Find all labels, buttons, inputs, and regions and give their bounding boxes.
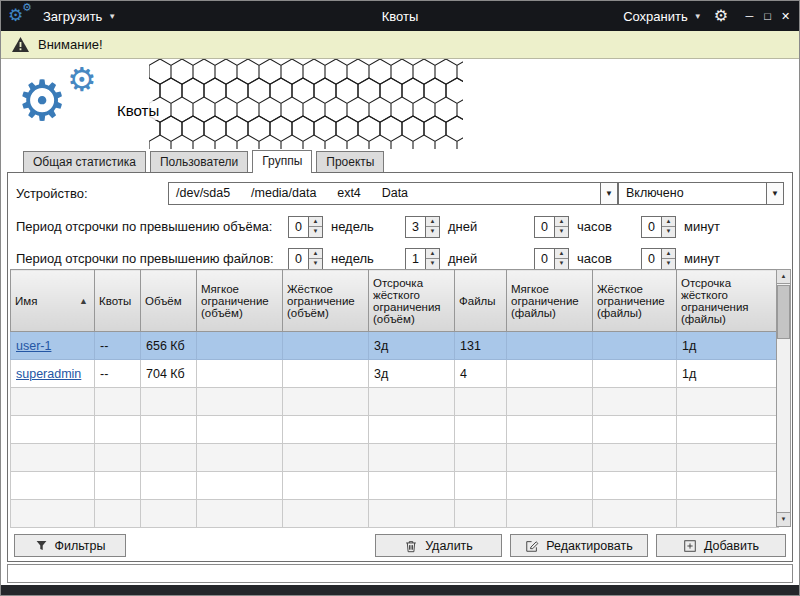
spinner-value: 0 xyxy=(289,217,308,237)
spin-down-icon[interactable]: ▼ xyxy=(426,227,439,237)
spinner-buttons[interactable]: ▲▼ xyxy=(425,249,439,269)
spin-up-icon[interactable]: ▲ xyxy=(426,217,439,228)
spin-down-icon[interactable]: ▼ xyxy=(662,259,675,269)
spin-down-icon[interactable]: ▼ xyxy=(662,227,675,237)
edit-icon xyxy=(525,539,539,553)
titlebar: ⚙ ⚙ Загрузить ▼ Квоты Сохранить ▼ ⚙ ─ □ … xyxy=(1,1,799,31)
minimize-button[interactable]: ─ xyxy=(742,10,757,23)
add-button-label: Добавить xyxy=(704,539,759,553)
tab-bar: Общая статистика Пользователи Группы Про… xyxy=(1,149,799,172)
files-weeks-spinner[interactable]: 0 ▲▼ xyxy=(288,248,323,270)
column-header-grace-files[interactable]: Отсрочка жёсткого ограничения (файлы) xyxy=(677,270,779,332)
column-header-hard-files[interactable]: Жёсткое ограничение (файлы) xyxy=(593,270,677,332)
scrollbar-thumb[interactable] xyxy=(777,285,790,339)
spinner-buttons[interactable]: ▲▼ xyxy=(661,217,675,237)
column-header-hard-volume[interactable]: Жёсткое ограничение (объём) xyxy=(283,270,369,332)
filters-button[interactable]: Фильтры xyxy=(14,534,126,557)
footer-bar xyxy=(1,585,799,596)
grace-files-label: Период отсрочки по превышению файлов: xyxy=(16,251,288,266)
cell-soft-volume xyxy=(197,332,283,360)
spinner-buttons[interactable]: ▲▼ xyxy=(308,249,322,269)
action-button-row: Фильтры Удалить Редактировать xyxy=(14,534,786,557)
spin-down-icon[interactable]: ▼ xyxy=(309,227,322,237)
files-days-spinner[interactable]: 1 ▲▼ xyxy=(405,248,440,270)
column-header-grace-volume[interactable]: Отсрочка жёсткого ограничения (объём) xyxy=(369,270,455,332)
column-header-files[interactable]: Файлы xyxy=(455,270,507,332)
spinner-buttons[interactable]: ▲▼ xyxy=(661,249,675,269)
device-select[interactable]: /dev/sda5 /media/data ext4 Data ▼ xyxy=(168,182,618,205)
spinner-value: 3 xyxy=(406,217,425,237)
grace-volume-label: Период отсрочки по превышению объёма: xyxy=(16,219,288,234)
column-header-quotas[interactable]: Квоты xyxy=(95,270,141,332)
warning-icon xyxy=(11,36,30,53)
spin-up-icon[interactable]: ▲ xyxy=(662,217,675,228)
scroll-down-button[interactable]: ▼ xyxy=(777,512,790,526)
days-group: 3 ▲▼ дней xyxy=(405,216,534,238)
column-header-volume[interactable]: Объём xyxy=(141,270,197,332)
group-name-link[interactable]: user-1 xyxy=(16,339,51,353)
spinner-buttons[interactable]: ▲▼ xyxy=(554,217,568,237)
spinner-value: 0 xyxy=(535,217,554,237)
app-logo: ⚙ ⚙ xyxy=(7,2,39,30)
status-select[interactable]: Включено ▼ xyxy=(618,182,784,205)
spinner-buttons[interactable]: ▲▼ xyxy=(308,217,322,237)
spin-up-icon[interactable]: ▲ xyxy=(555,249,568,260)
volume-days-spinner[interactable]: 3 ▲▼ xyxy=(405,216,440,238)
spin-down-icon[interactable]: ▼ xyxy=(426,259,439,269)
group-name-link[interactable]: superadmin xyxy=(16,367,81,381)
spinner-buttons[interactable]: ▲▼ xyxy=(554,249,568,269)
delete-button[interactable]: Удалить xyxy=(375,534,502,557)
maximize-button[interactable]: □ xyxy=(760,10,775,23)
spin-up-icon[interactable]: ▲ xyxy=(309,217,322,228)
sort-asc-icon: ▲ xyxy=(79,296,88,306)
days-unit-label: дней xyxy=(448,219,477,234)
close-button[interactable]: ✕ xyxy=(778,10,793,23)
chevron-down-icon: ▼ xyxy=(694,12,702,21)
chevron-down-icon[interactable]: ▼ xyxy=(766,183,783,204)
titlebar-right: Сохранить ▼ ⚙ ─ □ ✕ xyxy=(623,8,793,24)
cell-soft-files xyxy=(507,360,593,388)
groups-panel: Устройство: /dev/sda5 /media/data ext4 D… xyxy=(7,172,793,562)
column-header-name[interactable]: Имя ▲ xyxy=(11,270,95,332)
spin-up-icon[interactable]: ▲ xyxy=(426,249,439,260)
volume-hours-spinner[interactable]: 0 ▲▼ xyxy=(534,216,569,238)
tab-groups[interactable]: Группы xyxy=(252,150,312,173)
spin-down-icon[interactable]: ▼ xyxy=(555,259,568,269)
spin-up-icon[interactable]: ▲ xyxy=(555,217,568,228)
cell-volume: 704 Кб xyxy=(141,360,197,388)
chevron-down-icon[interactable]: ▼ xyxy=(600,183,617,204)
edit-button[interactable]: Редактировать xyxy=(510,534,648,557)
settings-gear-button[interactable]: ⚙ xyxy=(714,8,728,24)
table-row-superadmin[interactable]: superadmin -- 704 Кб 3д 4 1д xyxy=(11,360,779,388)
minutes-group: 0 ▲▼ минут xyxy=(641,216,751,238)
spin-up-icon[interactable]: ▲ xyxy=(662,249,675,260)
save-menu-button[interactable]: Сохранить ▼ xyxy=(623,9,702,24)
tab-users[interactable]: Пользователи xyxy=(150,151,248,172)
add-button[interactable]: Добавить xyxy=(656,534,786,557)
volume-weeks-spinner[interactable]: 0 ▲▼ xyxy=(288,216,323,238)
grace-files-row: Период отсрочки по превышению файлов: 0 … xyxy=(16,247,784,270)
column-header-soft-files[interactable]: Мягкое ограничение (файлы) xyxy=(507,270,593,332)
files-minutes-spinner[interactable]: 0 ▲▼ xyxy=(641,248,676,270)
spin-down-icon[interactable]: ▼ xyxy=(555,227,568,237)
column-header-soft-volume[interactable]: Мягкое ограничение (объём) xyxy=(197,270,283,332)
scroll-down-icon: ▼ xyxy=(781,516,787,522)
spinner-buttons[interactable]: ▲▼ xyxy=(425,217,439,237)
load-menu-label: Загрузить xyxy=(43,9,102,24)
load-menu-button[interactable]: Загрузить ▼ xyxy=(43,9,116,24)
table-row-empty xyxy=(11,388,779,416)
table-scrollbar[interactable]: ▲ ▼ xyxy=(776,269,791,527)
spinner-value: 0 xyxy=(289,249,308,269)
volume-minutes-spinner[interactable]: 0 ▲▼ xyxy=(641,216,676,238)
tab-general-stats[interactable]: Общая статистика xyxy=(23,151,146,172)
spin-down-icon[interactable]: ▼ xyxy=(309,259,322,269)
files-hours-spinner[interactable]: 0 ▲▼ xyxy=(534,248,569,270)
cell-hard-files xyxy=(593,360,677,388)
cell-quotas: -- xyxy=(95,360,141,388)
tab-projects[interactable]: Проекты xyxy=(316,151,384,172)
delete-button-label: Удалить xyxy=(425,539,473,553)
table-row-user-1[interactable]: user-1 -- 656 Кб 3д 131 1д xyxy=(11,332,779,360)
scroll-up-button[interactable]: ▲ xyxy=(777,270,790,284)
spin-up-icon[interactable]: ▲ xyxy=(309,249,322,260)
cell-files: 131 xyxy=(455,332,507,360)
